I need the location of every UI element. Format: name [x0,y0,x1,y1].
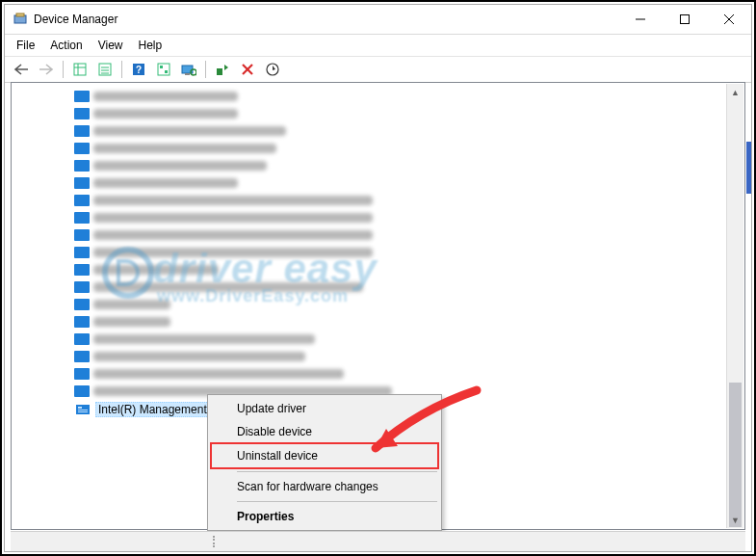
menu-view[interactable]: View [91,37,131,54]
blurred-device-row [13,226,727,243]
svg-rect-17 [165,70,168,73]
screenshot-frame: Device Manager File Action View Help [0,0,756,556]
blurred-device-row [13,209,727,225]
svg-rect-29 [78,410,88,410]
enable-button[interactable] [210,58,235,81]
blurred-device-row [13,192,727,208]
maximize-button[interactable] [663,5,707,34]
svg-text:?: ? [136,65,142,75]
blurred-device-row [13,140,727,156]
blurred-device-row [13,157,727,173]
blurred-device-row [13,331,727,347]
update-button[interactable] [260,58,285,81]
status-bar [11,531,745,551]
properties-button[interactable] [92,58,117,81]
blurred-device-row [13,313,727,330]
menubar: File Action View Help [5,35,751,57]
ctx-separator [237,501,437,502]
svg-rect-19 [185,73,190,75]
blurred-device-row [13,88,727,104]
ctx-separator [237,471,437,472]
toolbar-separator [205,61,206,78]
blurred-device-row [13,174,727,191]
window-title: Device Manager [34,13,117,26]
ctx-update-driver[interactable]: Update driver [210,397,439,420]
scan-hardware-button[interactable] [176,58,201,81]
blurred-device-row [13,365,727,382]
blurred-device-list [13,84,727,399]
svg-rect-28 [78,407,82,409]
action-tree-button[interactable] [151,58,176,81]
svg-rect-1 [16,13,24,16]
close-button[interactable] [707,5,751,34]
ctx-uninstall-device[interactable]: Uninstall device [210,442,439,469]
svg-rect-15 [158,64,169,75]
minimize-button[interactable] [618,5,663,34]
menu-file[interactable]: File [9,37,42,54]
app-window: Device Manager File Action View Help [4,4,752,552]
vertical-scrollbar[interactable]: ▲ ▼ [726,84,743,528]
status-splitter[interactable] [213,536,217,547]
watermark-logo [101,246,155,300]
svg-rect-30 [78,411,88,412]
app-icon [13,12,28,27]
device-icon [76,404,91,415]
blurred-device-row [13,105,727,121]
toolbar-separator [63,61,64,78]
blurred-device-row [13,122,727,139]
back-button[interactable] [9,58,34,81]
ctx-scan-hardware[interactable]: Scan for hardware changes [210,475,439,498]
toolbar-separator [121,61,122,78]
blurred-device-row [13,348,727,364]
svg-line-21 [196,74,196,75]
uninstall-button[interactable] [235,58,260,81]
scroll-up-button[interactable]: ▲ [727,84,743,100]
svg-rect-3 [681,15,690,24]
menu-help[interactable]: Help [131,37,170,54]
help-button[interactable]: ? [126,58,151,81]
svg-rect-6 [74,64,86,75]
scroll-down-button[interactable]: ▼ [727,512,743,528]
ctx-properties[interactable]: Properties [210,505,439,528]
show-hide-tree-button[interactable] [67,58,92,81]
toolbar: ? [5,57,751,83]
titlebar: Device Manager [5,5,751,35]
svg-rect-22 [217,68,222,75]
svg-point-26 [105,250,151,296]
decorative-artifact [746,142,751,194]
forward-button[interactable] [34,58,59,81]
menu-action[interactable]: Action [42,37,90,54]
selected-device-label: Intel(R) Management E [95,402,221,417]
scroll-thumb[interactable] [729,383,742,527]
context-menu: Update driver Disable device Uninstall d… [207,394,442,531]
svg-rect-16 [160,66,163,68]
ctx-disable-device[interactable]: Disable device [210,420,439,443]
